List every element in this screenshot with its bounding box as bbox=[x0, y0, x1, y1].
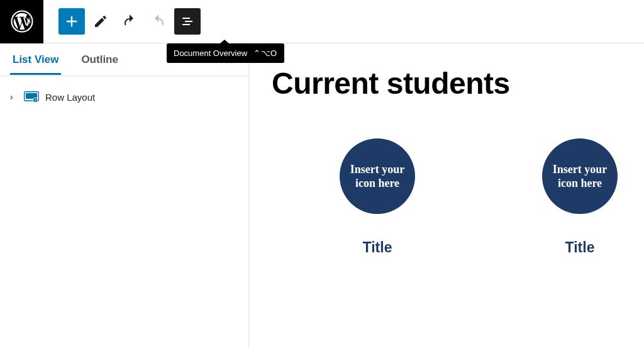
tab-outline[interactable]: Outline bbox=[79, 45, 121, 75]
svg-rect-1 bbox=[182, 18, 190, 19]
icon-placeholder-circle[interactable]: Insert your icon here bbox=[340, 138, 415, 214]
card-title[interactable]: Title bbox=[565, 239, 595, 256]
editor-toolbar: Document Overview ⌃⌥O bbox=[43, 8, 201, 35]
undo-button[interactable] bbox=[116, 8, 143, 35]
topbar: Document Overview ⌃⌥O bbox=[0, 0, 644, 43]
editor-canvas[interactable]: Current students Insert your icon here T… bbox=[248, 43, 644, 348]
block-tree: › Row Layout bbox=[0, 76, 248, 118]
svg-rect-3 bbox=[182, 24, 190, 25]
document-overview-tooltip: Document Overview ⌃⌥O bbox=[167, 43, 284, 63]
sidebar: List View Outline › bbox=[0, 43, 248, 348]
body-row: List View Outline › bbox=[0, 43, 644, 348]
pencil-icon bbox=[93, 14, 108, 29]
chevron-right-icon: › bbox=[10, 92, 18, 102]
card-item[interactable]: Insert your icon here Title bbox=[336, 138, 419, 256]
document-overview-button[interactable] bbox=[174, 8, 201, 35]
wordpress-logo-button[interactable] bbox=[0, 0, 43, 43]
tree-row-row-layout[interactable]: › Row Layout bbox=[10, 87, 238, 106]
redo-icon bbox=[151, 14, 166, 29]
tree-row-label: Row Layout bbox=[45, 92, 95, 103]
tooltip-shortcut: ⌃⌥O bbox=[253, 48, 277, 58]
plus-icon bbox=[63, 13, 80, 30]
tab-list-view[interactable]: List View bbox=[10, 45, 61, 75]
add-block-button[interactable] bbox=[58, 8, 85, 35]
card-item[interactable]: Insert your icon here Title bbox=[538, 138, 621, 256]
page-title[interactable]: Current students bbox=[272, 66, 621, 101]
wordpress-icon bbox=[11, 10, 33, 33]
icon-placeholder-circle[interactable]: Insert your icon here bbox=[542, 138, 618, 214]
row-layout-block[interactable]: Insert your icon here Title Insert your … bbox=[272, 138, 621, 256]
app-root: Document Overview ⌃⌥O List View Outline … bbox=[0, 0, 644, 348]
list-view-icon bbox=[180, 14, 195, 29]
edit-button[interactable] bbox=[87, 8, 114, 35]
undo-icon bbox=[122, 14, 137, 29]
redo-button[interactable] bbox=[145, 8, 172, 35]
card-title[interactable]: Title bbox=[363, 239, 392, 256]
svg-rect-2 bbox=[185, 21, 192, 22]
tooltip-text: Document Overview bbox=[174, 48, 247, 58]
row-layout-icon bbox=[24, 91, 39, 103]
